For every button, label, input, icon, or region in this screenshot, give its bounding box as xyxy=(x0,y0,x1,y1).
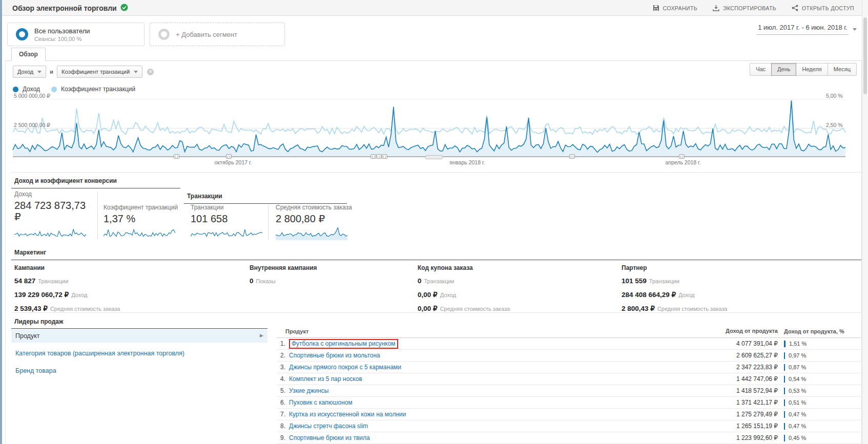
percent-bar xyxy=(784,388,785,394)
timeseries-chart xyxy=(0,90,868,162)
column-header-product-revenue-percent[interactable]: Доход от продукта, % xyxy=(778,328,861,334)
scorecard-revenue[interactable]: Доход 284 723 873,73 ₽ xyxy=(14,191,91,222)
granularity-group: ЧасДеньНеделяМесяц xyxy=(750,63,857,76)
top-sellers-item-selected[interactable]: Продукт▶ xyxy=(11,329,267,343)
slider-handle[interactable] xyxy=(382,154,387,159)
secondary-metric-select[interactable]: Коэффициент транзакций xyxy=(57,66,142,78)
marketing-column: Код купона заказа0Транзакции0,00 ₽Доход0… xyxy=(418,264,510,318)
slider-handle[interactable] xyxy=(370,154,376,159)
top-sellers-item-label: Бренд товара xyxy=(15,367,56,374)
metric-value: 2 800,43 ₽ xyxy=(622,305,655,312)
granularity-button-День[interactable]: День xyxy=(771,63,796,76)
product-revenue: 2 347 223,83 ₽ xyxy=(701,364,778,371)
marketing-column: Внутренняя кампания0Показы xyxy=(250,264,317,290)
product-link[interactable]: Спортивные брюки из мольтона xyxy=(289,352,380,359)
panel-top-border xyxy=(5,60,861,61)
metric-value: 139 229 060,72 ₽ xyxy=(14,291,69,299)
table-row: 9.Спортивные брюки из твила1 223 992,60 … xyxy=(277,432,861,444)
slider-handle[interactable] xyxy=(174,154,179,159)
metric-value: 0,00 ₽ xyxy=(418,305,438,312)
sparkline-transaction-rate xyxy=(104,227,175,241)
export-button[interactable]: ЭКСПОРТИРОВАТЬ xyxy=(713,5,776,11)
marketing-metric: 101 559Транзакции xyxy=(622,277,727,285)
scrollbar-thumb[interactable] xyxy=(863,17,867,94)
column-header-product-revenue[interactable]: Доход от продукта xyxy=(701,328,778,334)
segment-donut-icon xyxy=(16,28,28,40)
marketing-column-header: Код купона заказа xyxy=(418,264,510,271)
scorecard-transactions[interactable]: Транзакции 101 658 xyxy=(191,204,262,224)
timeline-scroll-handle[interactable] xyxy=(425,155,443,159)
metric-label: Доход xyxy=(440,292,456,298)
product-percent: 0,53 % xyxy=(789,388,806,394)
product-revenue: 1 371 421,17 ₽ xyxy=(701,399,778,406)
row-rank: 3. xyxy=(277,364,285,371)
row-rank: 6. xyxy=(277,399,285,406)
card-divider xyxy=(97,192,98,240)
y-axis-right-tick-top: 5,00 % xyxy=(826,93,843,99)
remove-metric-icon[interactable]: ✕ xyxy=(147,69,154,75)
legend-label-revenue: Доход xyxy=(23,86,40,93)
product-link[interactable]: Узкие джинсы xyxy=(289,387,328,394)
tab-overview[interactable]: Обзор xyxy=(11,48,46,61)
metric-label: Транзакции xyxy=(38,278,68,284)
product-percent-cell: 0,51 % xyxy=(778,399,861,406)
verified-shield-icon xyxy=(120,4,128,13)
product-link[interactable]: Пуховик с капюшоном xyxy=(289,399,353,406)
slider-handle[interactable] xyxy=(679,154,685,159)
product-percent-cell: 0,47 % xyxy=(778,423,861,430)
granularity-button-Месяц[interactable]: Месяц xyxy=(828,63,857,76)
marketing-metric: 0Транзакции xyxy=(418,277,510,285)
share-button[interactable]: ОТКРЫТЬ ДОСТУП xyxy=(792,5,854,11)
legend-item-rate: Коэффициент транзакций xyxy=(51,86,135,93)
product-percent-cell: 0,53 % xyxy=(778,388,861,394)
metric-label: Доход xyxy=(71,292,87,298)
scorecard-value: 1,37 % xyxy=(104,213,180,224)
product-percent-cell: 0,45 % xyxy=(778,435,861,441)
date-range-selector[interactable]: 1 июл. 2017 г. - 6 июн. 2018 г. xyxy=(757,24,857,35)
product-link[interactable]: Джинсы стретч фасона slim xyxy=(289,422,368,430)
column-header-product[interactable]: Продукт xyxy=(277,328,701,334)
top-sellers-item-link[interactable]: Категория товаров (расширенная электронн… xyxy=(11,347,267,360)
add-segment-label: + Добавить сегмент xyxy=(176,31,237,38)
scorecard-label: Транзакции xyxy=(191,204,262,211)
chart-legend: Доход Коэффициент транзакций xyxy=(13,86,135,93)
vertical-scrollbar[interactable] xyxy=(862,0,868,444)
metric-value: 101 559 xyxy=(622,277,647,285)
marketing-metric: 2 800,43 ₽Средняя стоимость заказа xyxy=(622,304,727,312)
metric-label: Транзакции xyxy=(649,278,679,284)
metric-label: Показы xyxy=(256,278,276,284)
chevron-down-icon xyxy=(853,28,857,31)
add-segment-button[interactable]: + Добавить сегмент xyxy=(150,23,285,46)
legend-label-rate: Коэффициент транзакций xyxy=(61,86,135,93)
legend-dot-revenue xyxy=(13,87,18,92)
percent-bar xyxy=(784,376,785,383)
product-link[interactable]: Комплект из 5 пар носков xyxy=(289,375,362,383)
granularity-button-Час[interactable]: Час xyxy=(750,63,772,76)
section-divider xyxy=(11,312,861,313)
primary-metric-select[interactable]: Доход xyxy=(13,66,46,78)
save-button[interactable]: СОХРАНИТЬ xyxy=(653,5,697,11)
scorecard-avg-order-value[interactable]: Средняя стоимость заказа 2 800,80 ₽ xyxy=(276,204,360,224)
marketing-column-header: Кампании xyxy=(14,264,120,271)
percent-bar xyxy=(784,341,786,347)
product-link[interactable]: Куртка из искусственной кожи на молнии xyxy=(289,411,406,418)
row-rank: 7. xyxy=(277,411,285,418)
product-name-cell: Футболка с оригинальным рисунком xyxy=(285,339,701,349)
row-rank: 1. xyxy=(277,340,285,347)
granularity-button-Неделя[interactable]: Неделя xyxy=(796,63,828,76)
product-link[interactable]: Футболка с оригинальным рисунком xyxy=(292,340,396,347)
product-name-cell: Куртка из искусственной кожи на молнии xyxy=(285,411,701,418)
scorecard-transaction-rate[interactable]: Коэффициент транзакций 1,37 % xyxy=(104,204,180,224)
x-axis-label-april: апрель 2018 г. xyxy=(665,159,700,165)
segment-all-users[interactable]: Все пользователи Сеансы: 100,00 % xyxy=(7,23,144,46)
top-sellers-item-link[interactable]: Бренд товара xyxy=(11,364,267,377)
y-axis-left-tick-top: 5 000 000,00 ₽ xyxy=(14,93,50,99)
slider-handle[interactable] xyxy=(376,154,382,159)
slider-handle[interactable] xyxy=(226,154,232,159)
marketing-column: Партнер101 559Транзакции284 408 664,29 ₽… xyxy=(622,264,727,318)
products-table: Продукт Доход от продукта Доход от проду… xyxy=(277,318,861,444)
table-row: 8.Джинсы стретч фасона slim1 265 151,19 … xyxy=(277,420,861,432)
product-link[interactable]: Спортивные брюки из твила xyxy=(289,434,370,441)
product-link[interactable]: Джинсы прямого покроя с 5 карманами xyxy=(289,364,401,371)
slider-handle[interactable] xyxy=(569,154,575,159)
